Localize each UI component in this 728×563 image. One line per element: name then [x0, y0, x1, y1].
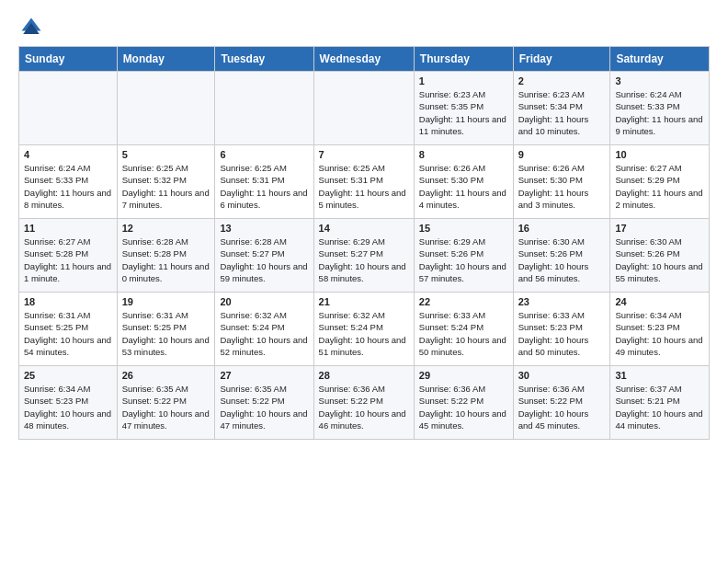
calendar-table: SundayMondayTuesdayWednesdayThursdayFrid…	[18, 46, 710, 440]
day-cell: 7Sunrise: 6:25 AM Sunset: 5:31 PM Daylig…	[313, 145, 414, 219]
day-info: Sunrise: 6:24 AM Sunset: 5:33 PM Dayligh…	[24, 162, 112, 211]
day-number: 20	[220, 296, 308, 307]
day-cell	[19, 72, 118, 145]
day-cell: 18Sunrise: 6:31 AM Sunset: 5:25 PM Dayli…	[19, 293, 118, 366]
day-info: Sunrise: 6:37 AM Sunset: 5:21 PM Dayligh…	[615, 383, 704, 431]
day-number: 18	[24, 296, 112, 307]
day-number: 3	[615, 75, 704, 86]
day-info: Sunrise: 6:30 AM Sunset: 5:26 PM Dayligh…	[518, 236, 606, 284]
page: SundayMondayTuesdayWednesdayThursdayFrid…	[0, 0, 728, 454]
col-header-monday: Monday	[117, 47, 215, 72]
day-info: Sunrise: 6:25 AM Sunset: 5:31 PM Dayligh…	[319, 162, 409, 211]
col-header-sunday: Sunday	[19, 47, 118, 72]
day-info: Sunrise: 6:23 AM Sunset: 5:35 PM Dayligh…	[419, 88, 508, 137]
day-number: 19	[122, 296, 210, 307]
day-cell: 3Sunrise: 6:24 AM Sunset: 5:33 PM Daylig…	[610, 72, 710, 145]
day-number: 25	[24, 370, 112, 381]
day-cell: 16Sunrise: 6:30 AM Sunset: 5:26 PM Dayli…	[513, 219, 610, 293]
day-number: 5	[122, 149, 210, 160]
day-info: Sunrise: 6:36 AM Sunset: 5:22 PM Dayligh…	[518, 383, 606, 431]
logo	[18, 15, 48, 40]
day-number: 13	[220, 223, 308, 234]
day-number: 24	[615, 296, 704, 307]
day-cell: 25Sunrise: 6:34 AM Sunset: 5:23 PM Dayli…	[19, 366, 118, 440]
day-cell	[117, 72, 215, 145]
day-number: 15	[419, 223, 508, 234]
day-cell: 20Sunrise: 6:32 AM Sunset: 5:24 PM Dayli…	[215, 293, 313, 366]
day-cell: 22Sunrise: 6:33 AM Sunset: 5:24 PM Dayli…	[414, 293, 513, 366]
day-info: Sunrise: 6:25 AM Sunset: 5:32 PM Dayligh…	[122, 162, 210, 211]
day-info: Sunrise: 6:32 AM Sunset: 5:24 PM Dayligh…	[319, 309, 409, 358]
day-cell: 21Sunrise: 6:32 AM Sunset: 5:24 PM Dayli…	[313, 293, 414, 366]
day-number: 7	[319, 149, 409, 160]
day-cell: 27Sunrise: 6:35 AM Sunset: 5:22 PM Dayli…	[215, 366, 313, 440]
day-cell: 26Sunrise: 6:35 AM Sunset: 5:22 PM Dayli…	[117, 366, 215, 440]
day-number: 14	[319, 223, 409, 234]
day-info: Sunrise: 6:35 AM Sunset: 5:22 PM Dayligh…	[122, 383, 210, 431]
day-cell	[215, 72, 313, 145]
day-number: 17	[615, 223, 704, 234]
header-row: SundayMondayTuesdayWednesdayThursdayFrid…	[19, 47, 710, 72]
day-number: 16	[518, 223, 606, 234]
day-number: 26	[122, 370, 210, 381]
day-info: Sunrise: 6:23 AM Sunset: 5:34 PM Dayligh…	[518, 88, 606, 137]
day-info: Sunrise: 6:29 AM Sunset: 5:26 PM Dayligh…	[419, 236, 508, 284]
day-info: Sunrise: 6:24 AM Sunset: 5:33 PM Dayligh…	[615, 88, 704, 137]
day-cell: 17Sunrise: 6:30 AM Sunset: 5:26 PM Dayli…	[610, 219, 710, 293]
day-number: 8	[419, 149, 508, 160]
col-header-saturday: Saturday	[610, 47, 710, 72]
day-number: 9	[518, 149, 606, 160]
day-cell: 24Sunrise: 6:34 AM Sunset: 5:23 PM Dayli…	[610, 293, 710, 366]
day-info: Sunrise: 6:34 AM Sunset: 5:23 PM Dayligh…	[615, 309, 704, 358]
day-info: Sunrise: 6:30 AM Sunset: 5:26 PM Dayligh…	[615, 236, 704, 284]
day-cell: 8Sunrise: 6:26 AM Sunset: 5:30 PM Daylig…	[414, 145, 513, 219]
day-info: Sunrise: 6:26 AM Sunset: 5:30 PM Dayligh…	[419, 162, 508, 211]
day-cell: 29Sunrise: 6:36 AM Sunset: 5:22 PM Dayli…	[414, 366, 513, 440]
week-row-5: 25Sunrise: 6:34 AM Sunset: 5:23 PM Dayli…	[19, 366, 710, 440]
col-header-wednesday: Wednesday	[313, 47, 414, 72]
day-number: 28	[319, 370, 409, 381]
header	[18, 15, 710, 40]
day-info: Sunrise: 6:26 AM Sunset: 5:30 PM Dayligh…	[518, 162, 606, 211]
day-cell: 15Sunrise: 6:29 AM Sunset: 5:26 PM Dayli…	[414, 219, 513, 293]
day-info: Sunrise: 6:36 AM Sunset: 5:22 PM Dayligh…	[319, 383, 409, 431]
day-info: Sunrise: 6:34 AM Sunset: 5:23 PM Dayligh…	[24, 383, 112, 431]
day-cell: 11Sunrise: 6:27 AM Sunset: 5:28 PM Dayli…	[19, 219, 118, 293]
col-header-friday: Friday	[513, 47, 610, 72]
day-info: Sunrise: 6:35 AM Sunset: 5:22 PM Dayligh…	[220, 383, 308, 431]
week-row-3: 11Sunrise: 6:27 AM Sunset: 5:28 PM Dayli…	[19, 219, 710, 293]
day-cell: 28Sunrise: 6:36 AM Sunset: 5:22 PM Dayli…	[313, 366, 414, 440]
day-number: 30	[518, 370, 606, 381]
day-info: Sunrise: 6:31 AM Sunset: 5:25 PM Dayligh…	[24, 309, 112, 358]
day-info: Sunrise: 6:33 AM Sunset: 5:24 PM Dayligh…	[419, 309, 508, 358]
day-info: Sunrise: 6:32 AM Sunset: 5:24 PM Dayligh…	[220, 309, 308, 358]
day-cell: 31Sunrise: 6:37 AM Sunset: 5:21 PM Dayli…	[610, 366, 710, 440]
day-cell: 4Sunrise: 6:24 AM Sunset: 5:33 PM Daylig…	[19, 145, 118, 219]
day-number: 22	[419, 296, 508, 307]
day-cell: 23Sunrise: 6:33 AM Sunset: 5:23 PM Dayli…	[513, 293, 610, 366]
week-row-2: 4Sunrise: 6:24 AM Sunset: 5:33 PM Daylig…	[19, 145, 710, 219]
day-cell: 1Sunrise: 6:23 AM Sunset: 5:35 PM Daylig…	[414, 72, 513, 145]
day-info: Sunrise: 6:25 AM Sunset: 5:31 PM Dayligh…	[220, 162, 308, 211]
week-row-4: 18Sunrise: 6:31 AM Sunset: 5:25 PM Dayli…	[19, 293, 710, 366]
day-number: 10	[615, 149, 704, 160]
day-number: 27	[220, 370, 308, 381]
day-cell: 6Sunrise: 6:25 AM Sunset: 5:31 PM Daylig…	[215, 145, 313, 219]
day-info: Sunrise: 6:36 AM Sunset: 5:22 PM Dayligh…	[419, 383, 508, 431]
col-header-tuesday: Tuesday	[215, 47, 313, 72]
day-number: 23	[518, 296, 606, 307]
day-number: 4	[24, 149, 112, 160]
day-info: Sunrise: 6:27 AM Sunset: 5:28 PM Dayligh…	[24, 236, 112, 284]
day-cell: 9Sunrise: 6:26 AM Sunset: 5:30 PM Daylig…	[513, 145, 610, 219]
day-number: 1	[419, 75, 508, 86]
day-info: Sunrise: 6:28 AM Sunset: 5:28 PM Dayligh…	[122, 236, 210, 284]
col-header-thursday: Thursday	[414, 47, 513, 72]
day-number: 31	[615, 370, 704, 381]
logo-icon	[18, 15, 44, 40]
day-cell: 14Sunrise: 6:29 AM Sunset: 5:27 PM Dayli…	[313, 219, 414, 293]
day-number: 6	[220, 149, 308, 160]
week-row-1: 1Sunrise: 6:23 AM Sunset: 5:35 PM Daylig…	[19, 72, 710, 145]
day-info: Sunrise: 6:28 AM Sunset: 5:27 PM Dayligh…	[220, 236, 308, 284]
day-number: 29	[419, 370, 508, 381]
day-cell: 19Sunrise: 6:31 AM Sunset: 5:25 PM Dayli…	[117, 293, 215, 366]
